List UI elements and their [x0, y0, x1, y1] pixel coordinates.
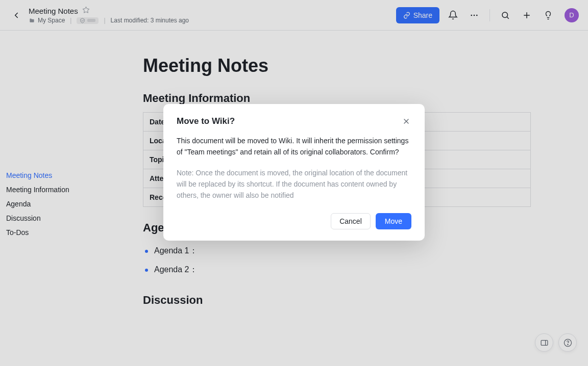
modal-title: Move to Wiki? [177, 116, 235, 126]
close-icon [402, 117, 410, 125]
modal-note: Note: Once the document is moved, the or… [177, 168, 411, 201]
modal-close-button[interactable] [401, 116, 411, 126]
move-to-wiki-modal: Move to Wiki? This document will be move… [163, 104, 425, 241]
modal-body: This document will be moved to Wiki. It … [177, 136, 411, 158]
cancel-button[interactable]: Cancel [331, 213, 371, 229]
move-button[interactable]: Move [376, 213, 411, 229]
modal-footer: Cancel Move [177, 213, 411, 229]
modal-header: Move to Wiki? [177, 116, 411, 126]
